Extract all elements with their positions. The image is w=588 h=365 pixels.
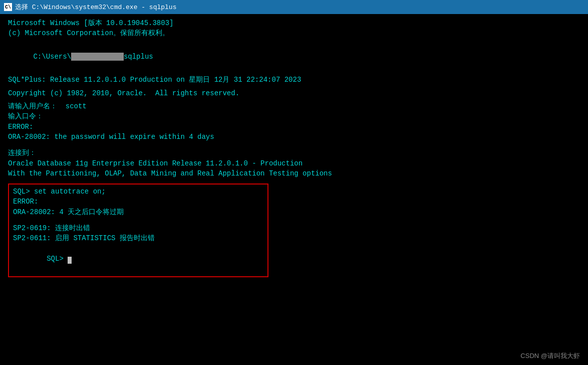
terminal-line-9: ORA-28002: the password will expire with… bbox=[8, 132, 580, 142]
highlighted-line-3: ORA-28002: 4 天之后口令将过期 bbox=[13, 207, 263, 217]
redacted-username bbox=[71, 53, 124, 61]
highlighted-line-8: SQL> bbox=[13, 244, 263, 274]
highlighted-line-2: ERROR: bbox=[13, 197, 263, 207]
window: C\ 选择 C:\Windows\system32\cmd.exe - sqlp… bbox=[0, 0, 588, 365]
terminal-line-5: Copyright (c) 1982, 2010, Oracle. All ri… bbox=[8, 88, 580, 98]
terminal-line-1: Microsoft Windows [版本 10.0.19045.3803] bbox=[8, 18, 580, 28]
terminal-line-3: C:\Users\ sqlplus bbox=[8, 42, 580, 72]
cursor bbox=[68, 257, 72, 264]
terminal-line-8: ERROR: bbox=[8, 122, 580, 132]
title-bar: C\ 选择 C:\Windows\system32\cmd.exe - sqlp… bbox=[0, 0, 588, 14]
terminal-line-10: 连接到： bbox=[8, 148, 580, 158]
cmd-icon: C\ bbox=[4, 3, 12, 11]
title-bar-text: 选择 C:\Windows\system32\cmd.exe - sqlplus bbox=[15, 3, 176, 12]
highlighted-section: SQL> set autotrace on; ERROR: ORA-28002:… bbox=[8, 184, 268, 277]
highlighted-line-1: SQL> set autotrace on; bbox=[13, 187, 263, 197]
csdn-watermark: CSDN @请叫我大虾 bbox=[520, 351, 580, 361]
terminal-line-6: 请输入用户名： scott bbox=[8, 101, 580, 111]
highlighted-line-7: SP2-0611: 启用 STATISTICS 报告时出错 bbox=[13, 233, 263, 243]
terminal-line-2: (c) Microsoft Corporation。保留所有权利。 bbox=[8, 28, 580, 38]
terminal-line-11: Oracle Database 11g Enterprise Edition R… bbox=[8, 158, 580, 168]
terminal-line-7: 输入口令： bbox=[8, 111, 580, 121]
terminal-line-12: With the Partitioning, OLAP, Data Mining… bbox=[8, 168, 580, 178]
terminal-body[interactable]: Microsoft Windows [版本 10.0.19045.3803] (… bbox=[0, 14, 588, 365]
terminal-line-4: SQL*Plus: Release 11.2.0.1.0 Production … bbox=[8, 75, 580, 85]
highlighted-line-6: SP2-0619: 连接时出错 bbox=[13, 223, 263, 233]
